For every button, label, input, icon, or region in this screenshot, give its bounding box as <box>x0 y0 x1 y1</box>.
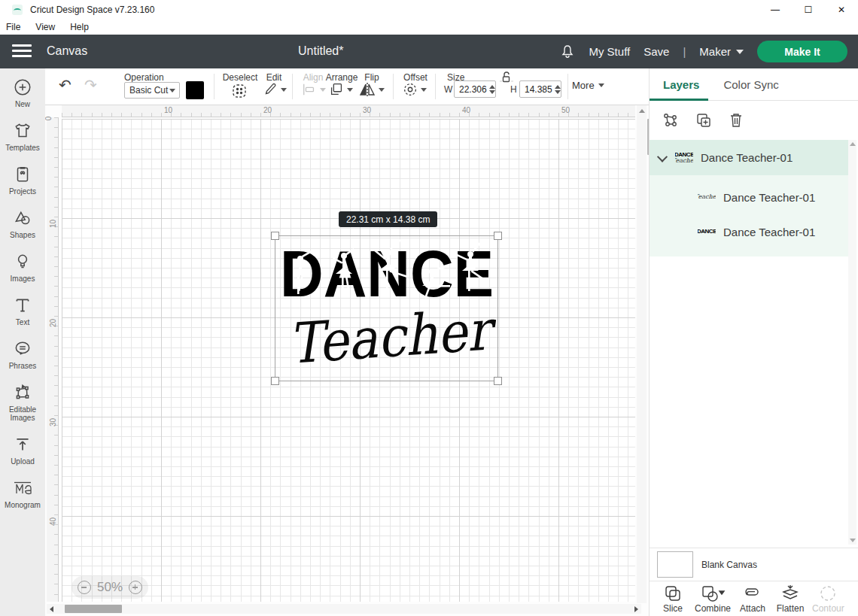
chevron-down-icon <box>169 89 175 93</box>
edit-toolbar: ↶ ↷ Operation Basic Cut Deselect Edit Al… <box>45 68 649 105</box>
scroll-left-icon[interactable] <box>50 606 53 612</box>
sidebar-item-shapes[interactable]: Shapes <box>0 208 45 239</box>
combine-button[interactable]: Combine <box>695 584 731 614</box>
layer-row-group[interactable]: DANCETeacher Dance Teacher-01 <box>650 140 848 175</box>
offset-icon <box>402 81 418 98</box>
layers-panel: Layers Color Sync DANCETeacher Dance Tea… <box>649 68 858 616</box>
slice-icon <box>663 584 683 602</box>
sidebar-item-upload[interactable]: Upload <box>0 435 45 466</box>
vertical-ruler <box>47 117 59 602</box>
sidebar-item-monogram[interactable]: Monogram <box>0 478 45 509</box>
operation-label: Operation <box>124 72 164 83</box>
ruler-tick: 40 <box>462 106 470 114</box>
app-window: Cricut Design Space v7.23.160 — ☐ ✕ File… <box>0 0 858 616</box>
layer-actions-bar: Slice Combine Attach Flatten Contour <box>650 581 858 616</box>
trash-icon[interactable] <box>728 111 744 129</box>
selection-handle-bottom-right[interactable] <box>494 377 502 385</box>
height-stepper[interactable] <box>555 85 564 94</box>
bell-icon[interactable] <box>560 44 575 59</box>
ruler-tick: 10 <box>49 218 57 230</box>
canvas-vertical-scrollbar[interactable] <box>637 105 647 603</box>
operation-select[interactable]: Basic Cut <box>124 82 180 99</box>
machine-selector[interactable]: Maker <box>699 45 744 58</box>
scroll-right-icon[interactable] <box>634 606 638 612</box>
scroll-down-icon[interactable] <box>850 539 856 542</box>
menu-help[interactable]: Help <box>68 22 91 32</box>
zoom-level: 50% <box>97 580 123 595</box>
selection-handle-top-left[interactable] <box>271 232 279 240</box>
zoom-out-button[interactable] <box>78 581 91 594</box>
redo-button[interactable]: ↷ <box>84 76 97 94</box>
duplicate-icon[interactable] <box>695 111 713 129</box>
header-divider: | <box>683 45 686 58</box>
tab-color-sync[interactable]: Color Sync <box>723 68 778 101</box>
attach-button[interactable]: Attach <box>737 584 768 614</box>
pencil-icon <box>262 81 278 98</box>
more-button[interactable]: More <box>572 80 604 91</box>
close-button[interactable]: ✕ <box>825 0 858 20</box>
selection-bounding-box[interactable] <box>275 235 498 381</box>
scroll-up-icon[interactable] <box>850 142 856 146</box>
width-input[interactable]: 22.306 <box>454 80 496 98</box>
scroll-up-icon[interactable] <box>639 109 645 113</box>
width-stepper[interactable] <box>489 85 498 94</box>
selection-handle-bottom-left[interactable] <box>271 377 279 385</box>
slice-button[interactable]: Slice <box>657 584 689 614</box>
blank-canvas-row[interactable]: Blank Canvas <box>650 548 858 581</box>
sidebar-item-new[interactable]: New <box>0 77 45 108</box>
edit-button[interactable] <box>262 81 287 98</box>
contour-icon <box>818 584 838 602</box>
canvas-horizontal-scrollbar[interactable] <box>47 604 641 614</box>
make-it-button[interactable]: Make It <box>757 41 847 62</box>
zoom-control: 50% <box>72 576 148 599</box>
machine-name: Maker <box>699 45 731 58</box>
hamburger-menu-icon[interactable] <box>12 44 32 59</box>
sidebar-item-templates[interactable]: Templates <box>0 121 45 152</box>
sidebar-item-projects[interactable]: Projects <box>0 165 45 196</box>
sidebar-item-phrases[interactable]: Phrases <box>0 339 45 370</box>
monogram-icon <box>12 478 33 498</box>
sidebar-item-images[interactable]: Images <box>0 252 45 283</box>
chevron-down-icon <box>347 88 353 92</box>
scrollbar-thumb[interactable] <box>65 605 122 613</box>
fill-color-swatch[interactable] <box>186 81 204 99</box>
layer-row-child[interactable]: DANCE Dance Teacher-01 <box>650 214 848 249</box>
flip-button[interactable] <box>358 81 385 98</box>
panel-scrollbar[interactable] <box>848 140 856 545</box>
selection-handle-top-right[interactable] <box>494 232 502 240</box>
unlock-icon[interactable] <box>499 71 514 83</box>
layer-children: Teacher Dance Teacher-01 DANCE Dance Tea… <box>650 175 848 256</box>
flatten-button[interactable]: Flatten <box>774 584 806 614</box>
ruler-tick: 30 <box>49 417 57 429</box>
tab-layers[interactable]: Layers <box>663 68 699 101</box>
layer-thumbnail: DANCETeacher <box>675 150 693 166</box>
menu-file[interactable]: File <box>4 22 23 32</box>
height-input[interactable]: 14.385 <box>519 80 561 98</box>
minimize-button[interactable]: — <box>759 0 792 20</box>
blank-canvas-label: Blank Canvas <box>701 560 757 570</box>
deselect-button[interactable] <box>230 82 248 100</box>
save-link[interactable]: Save <box>644 45 669 58</box>
menu-view[interactable]: View <box>33 22 57 32</box>
chevron-down-icon[interactable] <box>657 151 668 162</box>
ruler-tick: 20 <box>49 317 57 329</box>
sidebar: New Templates Projects Shapes Images Tex… <box>0 68 45 616</box>
canvas-workspace[interactable]: 0 10 20 30 40 50 10 20 30 40 DANCE <box>45 105 649 616</box>
more-label: More <box>572 80 595 91</box>
offset-button[interactable] <box>402 81 427 98</box>
cricut-logo-icon <box>12 5 23 15</box>
app-title: Cricut Design Space v7.23.160 <box>30 5 154 15</box>
sidebar-item-text[interactable]: Text <box>0 296 45 326</box>
layer-row-child[interactable]: Teacher Dance Teacher-01 <box>650 180 848 214</box>
arrange-button[interactable] <box>328 81 353 98</box>
zoom-in-button[interactable] <box>129 581 142 594</box>
editable-shape-icon <box>13 383 32 402</box>
maximize-button[interactable]: ☐ <box>792 0 825 20</box>
my-stuff-link[interactable]: My Stuff <box>589 45 630 58</box>
blank-canvas-swatch[interactable] <box>657 551 693 578</box>
chevron-down-icon <box>281 88 287 92</box>
group-icon[interactable] <box>662 111 680 129</box>
undo-button[interactable]: ↶ <box>59 76 72 94</box>
canvas-label: Canvas <box>47 44 87 58</box>
sidebar-item-editable-images[interactable]: Editable Images <box>0 383 45 422</box>
